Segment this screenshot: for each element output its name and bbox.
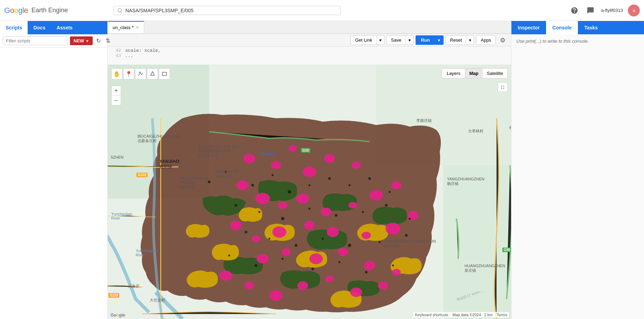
keyboard-shortcuts-label[interactable]: Keyboard shortcuts bbox=[415, 313, 448, 317]
svg-point-47 bbox=[328, 177, 331, 180]
map-data-label: Map data ©2024 bbox=[453, 313, 481, 317]
svg-point-65 bbox=[405, 234, 408, 237]
terms-label[interactable]: Terms bbox=[497, 313, 507, 317]
svg-point-42 bbox=[225, 171, 227, 173]
svg-point-24 bbox=[327, 227, 339, 237]
right-toolbar-group: Get Link ▼ Save ▼ Run ▼ bbox=[351, 35, 508, 45]
map-attribution: Keyboard shortcuts Map data ©2024 2 km T… bbox=[413, 312, 509, 318]
user-avatar[interactable]: a bbox=[628, 5, 640, 16]
point-tool[interactable]: 📍 bbox=[123, 68, 134, 79]
username-label: a-flyllf0313 bbox=[601, 8, 623, 13]
reset-button[interactable]: Reset bbox=[446, 35, 467, 45]
save-dropdown[interactable]: ▼ bbox=[406, 35, 413, 45]
tab-docs[interactable]: Docs bbox=[28, 21, 51, 34]
reset-dropdown[interactable]: ▼ bbox=[466, 35, 474, 45]
svg-point-0 bbox=[118, 8, 121, 12]
svg-point-34 bbox=[220, 270, 232, 280]
search-input[interactable] bbox=[125, 8, 337, 13]
tab-console[interactable]: Console bbox=[546, 21, 578, 34]
google-logo: Google bbox=[4, 6, 28, 15]
close-editor-tab[interactable]: ✕ bbox=[136, 25, 139, 30]
search-bar[interactable] bbox=[113, 6, 341, 15]
scale-label: 2 km bbox=[484, 313, 493, 317]
settings-button[interactable]: ⚙ bbox=[498, 36, 508, 45]
svg-point-49 bbox=[368, 177, 371, 180]
zoom-out-button[interactable]: − bbox=[111, 96, 121, 105]
svg-point-28 bbox=[257, 254, 269, 264]
earth-engine-label: Earth Engine bbox=[31, 7, 68, 14]
map-type-control: Map Satellite bbox=[465, 68, 508, 78]
get-link-button[interactable]: Get Link bbox=[351, 35, 376, 45]
logo-area: Google Earth Engine bbox=[4, 6, 109, 15]
svg-point-9 bbox=[303, 166, 316, 177]
fullscreen-button[interactable] bbox=[498, 82, 508, 92]
svg-point-33 bbox=[392, 269, 401, 276]
svg-point-57 bbox=[385, 204, 388, 207]
get-link-dropdown[interactable]: ▼ bbox=[377, 35, 384, 45]
zoom-in-button[interactable]: + bbox=[111, 86, 121, 96]
svg-point-60 bbox=[268, 238, 270, 240]
search-icon bbox=[117, 8, 122, 13]
editor-tab-label: un_class * bbox=[113, 25, 134, 30]
scripts-toolbar: NEW ▼ ↻ ⇅ bbox=[0, 34, 107, 48]
svg-point-45 bbox=[288, 190, 291, 194]
save-button[interactable]: Save bbox=[387, 35, 406, 45]
console-placeholder-text: Use print(...) to write to this console. bbox=[516, 39, 589, 44]
notifications-button[interactable] bbox=[585, 5, 596, 16]
layers-button[interactable]: Layers bbox=[441, 68, 466, 78]
svg-point-50 bbox=[389, 191, 391, 193]
svg-point-58 bbox=[409, 218, 411, 220]
filter-scripts-input[interactable] bbox=[3, 36, 68, 45]
tab-inspector[interactable]: Inspector bbox=[511, 21, 546, 34]
svg-point-48 bbox=[348, 184, 351, 186]
new-button[interactable]: NEW ▼ bbox=[70, 36, 93, 45]
run-dropdown[interactable]: ▼ bbox=[435, 35, 444, 45]
svg-point-63 bbox=[348, 244, 351, 247]
svg-point-18 bbox=[369, 190, 383, 201]
map-container[interactable]: BEICAIGEZHUANGCUN北蔡各庄村 YANJIAO燕郊镇 XINGGO… bbox=[108, 65, 511, 319]
editor-tab[interactable]: un_class * ✕ bbox=[108, 21, 144, 33]
svg-point-14 bbox=[278, 202, 288, 209]
tab-scripts[interactable]: Scripts bbox=[0, 21, 28, 34]
apps-button[interactable]: Apps bbox=[476, 35, 496, 45]
polygon-tool[interactable] bbox=[147, 68, 158, 79]
svg-point-39 bbox=[350, 287, 362, 297]
svg-line-1 bbox=[121, 11, 122, 12]
svg-rect-75 bbox=[162, 72, 167, 75]
svg-point-40 bbox=[378, 282, 388, 290]
svg-point-15 bbox=[296, 194, 309, 204]
editor-toolbar: Get Link ▼ Save ▼ Run ▼ bbox=[108, 34, 511, 47]
pan-tool[interactable]: ✋ bbox=[111, 68, 122, 79]
svg-point-30 bbox=[310, 254, 323, 264]
svg-point-52 bbox=[258, 211, 260, 213]
svg-point-10 bbox=[324, 154, 335, 163]
svg-point-72 bbox=[392, 264, 394, 266]
svg-point-6 bbox=[243, 154, 255, 163]
rectangle-tool[interactable] bbox=[159, 68, 170, 79]
tab-assets[interactable]: Assets bbox=[51, 21, 78, 34]
svg-point-46 bbox=[309, 184, 311, 186]
line-tool[interactable] bbox=[135, 68, 146, 79]
run-button[interactable]: Run bbox=[416, 35, 434, 45]
svg-point-62 bbox=[322, 238, 324, 240]
left-tabs: Scripts Docs Assets bbox=[0, 21, 107, 34]
svg-point-19 bbox=[391, 181, 402, 189]
help-button[interactable] bbox=[569, 5, 580, 16]
zoom-controls: + − bbox=[111, 86, 121, 105]
expand-button[interactable]: ⇅ bbox=[104, 37, 112, 45]
svg-point-12 bbox=[236, 181, 248, 190]
svg-point-53 bbox=[281, 217, 284, 221]
map-type-satellite-button[interactable]: Satellite bbox=[483, 69, 507, 78]
svg-marker-74 bbox=[151, 71, 155, 75]
code-line-1: 42 scale: scale, bbox=[108, 48, 511, 53]
svg-point-29 bbox=[281, 248, 291, 256]
svg-point-25 bbox=[362, 232, 371, 239]
svg-point-55 bbox=[335, 214, 338, 217]
svg-point-37 bbox=[297, 281, 308, 290]
svg-point-17 bbox=[348, 202, 357, 209]
map-type-map-button[interactable]: Map bbox=[465, 69, 483, 78]
line-number-1: 42 bbox=[111, 48, 121, 53]
google-logo-bottom: Google bbox=[111, 313, 125, 318]
tab-tasks[interactable]: Tasks bbox=[578, 21, 604, 34]
refresh-button[interactable]: ↻ bbox=[95, 37, 102, 45]
